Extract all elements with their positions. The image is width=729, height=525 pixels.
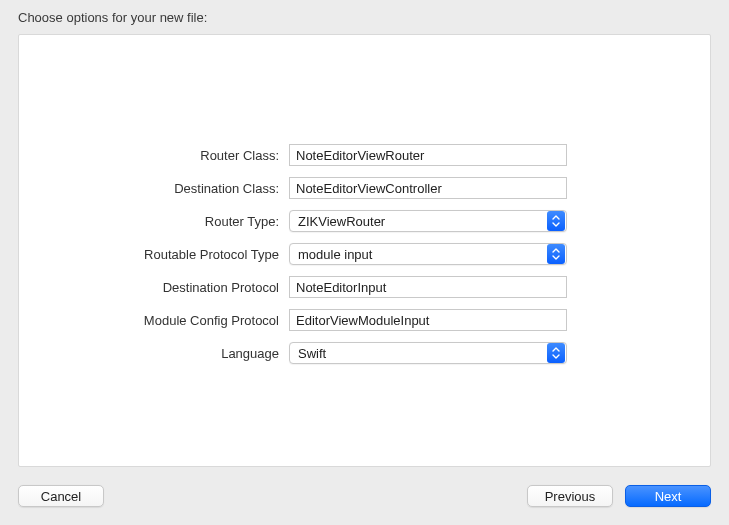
label-module-config-protocol: Module Config Protocol xyxy=(19,313,289,328)
previous-button[interactable]: Previous xyxy=(527,485,613,507)
footer-bar: Cancel Previous Next xyxy=(0,467,729,525)
cancel-button[interactable]: Cancel xyxy=(18,485,104,507)
form-area: Router Class: Destination Class: Router … xyxy=(19,139,710,370)
row-router-type: Router Type: ZIKViewRouter xyxy=(19,205,710,237)
router-type-value: ZIKViewRouter xyxy=(290,214,547,229)
options-card: Router Class: Destination Class: Router … xyxy=(18,34,711,467)
label-destination-class: Destination Class: xyxy=(19,181,289,196)
module-config-protocol-input[interactable] xyxy=(289,309,567,331)
routable-protocol-type-value: module input xyxy=(290,247,547,262)
routable-protocol-type-popup[interactable]: module input xyxy=(289,243,567,265)
language-popup[interactable]: Swift xyxy=(289,342,567,364)
label-destination-protocol: Destination Protocol xyxy=(19,280,289,295)
label-language: Language xyxy=(19,346,289,361)
updown-arrows-icon xyxy=(547,343,565,363)
destination-protocol-input[interactable] xyxy=(289,276,567,298)
destination-class-input[interactable] xyxy=(289,177,567,199)
router-class-input[interactable] xyxy=(289,144,567,166)
row-router-class: Router Class: xyxy=(19,139,710,171)
router-type-popup[interactable]: ZIKViewRouter xyxy=(289,210,567,232)
row-destination-protocol: Destination Protocol xyxy=(19,271,710,303)
sheet-header: Choose options for your new file: xyxy=(0,0,729,33)
label-router-class: Router Class: xyxy=(19,148,289,163)
row-destination-class: Destination Class: xyxy=(19,172,710,204)
label-routable-protocol-type: Routable Protocol Type xyxy=(19,247,289,262)
new-file-options-sheet: Choose options for your new file: Router… xyxy=(0,0,729,525)
row-routable-protocol-type: Routable Protocol Type module input xyxy=(19,238,710,270)
row-language: Language Swift xyxy=(19,337,710,369)
language-value: Swift xyxy=(290,346,547,361)
label-router-type: Router Type: xyxy=(19,214,289,229)
row-module-config-protocol: Module Config Protocol xyxy=(19,304,710,336)
next-button[interactable]: Next xyxy=(625,485,711,507)
updown-arrows-icon xyxy=(547,244,565,264)
sheet-prompt: Choose options for your new file: xyxy=(18,10,207,25)
updown-arrows-icon xyxy=(547,211,565,231)
